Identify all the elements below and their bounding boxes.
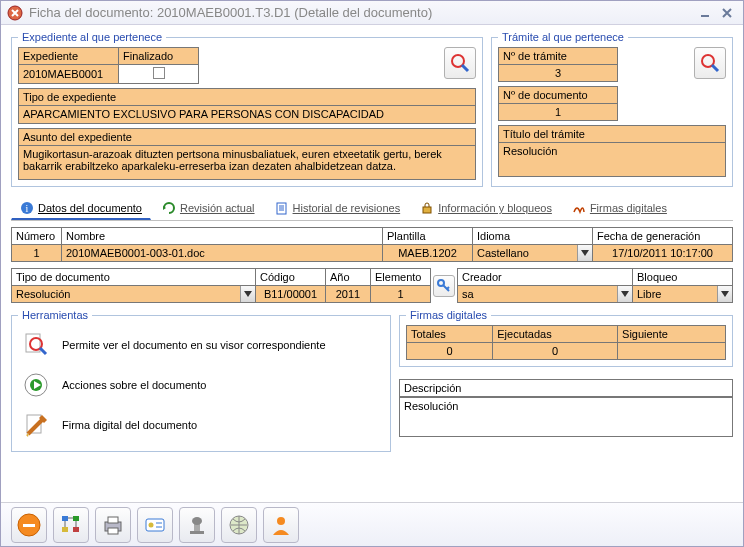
tool-view-document[interactable]: Permite ver el documento en su visor cor…: [18, 325, 384, 365]
h-ejecutadas: Ejecutadas: [493, 326, 618, 343]
tabs: iDatos del documento Revisión actual His…: [11, 197, 733, 221]
tab-historial-label: Historial de revisiones: [293, 202, 401, 214]
stamp-button[interactable]: [179, 507, 215, 543]
expediente-search-button[interactable]: [444, 47, 476, 79]
tool-actions[interactable]: Acciones sobre el documento: [18, 365, 384, 405]
h-numero: Número: [12, 228, 62, 245]
svg-line-20: [40, 348, 46, 354]
v-codigo: B11/00001: [256, 286, 326, 303]
globe-button[interactable]: [221, 507, 257, 543]
table-row: 0 0: [407, 343, 726, 360]
tool-sign[interactable]: Firma digital del documento: [18, 405, 384, 445]
card-button[interactable]: [137, 507, 173, 543]
tab-firmas[interactable]: Firmas digitales: [563, 197, 676, 220]
h-plantilla: Plantilla: [383, 228, 473, 245]
actions-icon: [20, 369, 52, 401]
refresh-icon: [162, 201, 176, 215]
v-siguiente: [618, 343, 726, 360]
tree-button[interactable]: [53, 507, 89, 543]
user-button[interactable]: [263, 507, 299, 543]
titulo-tramite-label: Título del trámite: [498, 125, 726, 143]
table-row: Resolución B11/00001 2011 1: [12, 286, 431, 303]
svg-marker-11: [581, 250, 589, 256]
svg-rect-32: [73, 527, 79, 532]
expediente-fieldset: Expediente al que pertenece Expediente F…: [11, 31, 483, 187]
h-totales: Totales: [407, 326, 493, 343]
v-anio: 2011: [326, 286, 371, 303]
doc-grid-2b: Creador Bloqueo sa Libre: [457, 268, 733, 303]
h-fecha: Fecha de generación: [593, 228, 733, 245]
tipo-expediente-label: Tipo de expediente: [18, 88, 476, 106]
chevron-down-icon: [240, 286, 255, 302]
finalizado-cell: [119, 65, 199, 84]
herramientas-fieldset: Herramientas Permite ver el documento en…: [11, 309, 391, 452]
svg-text:i: i: [26, 203, 29, 214]
print-button[interactable]: [95, 507, 131, 543]
idioma-dropdown[interactable]: Castellano: [473, 245, 593, 262]
back-button[interactable]: [11, 507, 47, 543]
svg-rect-28: [23, 524, 35, 527]
tab-info[interactable]: Información y bloqueos: [411, 197, 561, 220]
tab-revision[interactable]: Revisión actual: [153, 197, 264, 220]
svg-rect-34: [108, 517, 118, 523]
expediente-value: 2010MAEB0001: [19, 65, 119, 84]
finalizado-checkbox[interactable]: [153, 67, 165, 79]
h-tipo: Tipo de documento: [12, 269, 256, 286]
svg-rect-1: [701, 15, 709, 17]
bloqueo-dropdown[interactable]: Libre: [633, 286, 733, 303]
v-numero: 1: [12, 245, 62, 262]
key-button[interactable]: [433, 275, 455, 297]
num-tramite-label: Nº de trámite: [499, 48, 618, 65]
firmas-fieldset: Firmas digitales Totales Ejecutadas Sigu…: [399, 309, 733, 367]
firmas-legend: Firmas digitales: [406, 309, 491, 321]
minimize-button[interactable]: [695, 5, 715, 21]
num-doc-value: 1: [499, 104, 618, 121]
h-elemento: Elemento: [371, 269, 431, 286]
svg-marker-12: [244, 291, 252, 297]
h-siguiente: Siguiente: [618, 326, 726, 343]
doc-grid-2a: Tipo de documento Código Año Elemento Re…: [11, 268, 431, 303]
svg-point-42: [192, 517, 202, 525]
tab-revision-label: Revisión actual: [180, 202, 255, 214]
chevron-down-icon: [577, 245, 592, 261]
window: Ficha del documento: 2010MAEB0001.T3.D1 …: [0, 0, 744, 547]
svg-marker-17: [721, 291, 729, 297]
app-icon: [7, 5, 23, 21]
table-row: 1 2010MAEB0001-003-01.doc MAEB.1202 Cast…: [12, 245, 733, 262]
asunto-value: Mugikortasun-arazoak dituzten pertsona m…: [18, 146, 476, 180]
doc-grid-1: Número Nombre Plantilla Idioma Fecha de …: [11, 227, 733, 262]
herramientas-legend: Herramientas: [18, 309, 92, 321]
v-ejecutadas: 0: [493, 343, 618, 360]
svg-rect-40: [190, 531, 204, 534]
v-tipo: Resolución: [16, 288, 70, 300]
asunto-label: Asunto del expediente: [18, 128, 476, 146]
expediente-table: Expediente Finalizado 2010MAEB0001: [18, 47, 199, 84]
creador-dropdown[interactable]: sa: [458, 286, 633, 303]
info-icon: i: [20, 201, 34, 215]
descripcion-value: Resolución: [399, 397, 733, 437]
svg-rect-31: [62, 527, 68, 532]
expediente-header: Expediente: [19, 48, 119, 65]
tab-firmas-label: Firmas digitales: [590, 202, 667, 214]
expediente-legend: Expediente al que pertenece: [18, 31, 166, 43]
v-plantilla: MAEB.1202: [383, 245, 473, 262]
tramite-search-button[interactable]: [694, 47, 726, 79]
close-button[interactable]: [717, 5, 737, 21]
h-codigo: Código: [256, 269, 326, 286]
svg-marker-26: [26, 433, 29, 437]
svg-point-44: [277, 517, 285, 525]
h-idioma: Idioma: [473, 228, 593, 245]
svg-line-3: [462, 65, 468, 71]
svg-rect-29: [62, 516, 68, 521]
num-doc-table: Nº de documento 1: [498, 86, 618, 121]
svg-line-15: [447, 287, 449, 289]
tool-sign-label: Firma digital del documento: [62, 419, 197, 431]
tramite-num-table: Nº de trámite 3: [498, 47, 618, 82]
h-nombre: Nombre: [62, 228, 383, 245]
num-tramite-value: 3: [499, 65, 618, 82]
tab-historial[interactable]: Historial de revisiones: [266, 197, 410, 220]
tipo-dropdown[interactable]: Resolución: [12, 286, 256, 303]
svg-rect-10: [423, 207, 431, 213]
svg-rect-35: [108, 528, 118, 534]
tab-datos[interactable]: iDatos del documento: [11, 197, 151, 220]
